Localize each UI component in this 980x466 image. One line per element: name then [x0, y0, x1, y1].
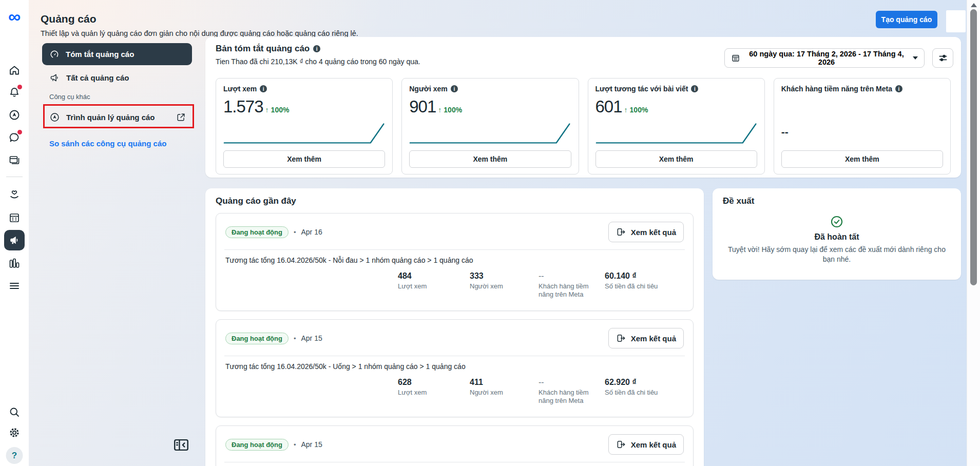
filter-button[interactable] — [932, 48, 953, 68]
nav-item-ads-manager[interactable]: Trình quản lý quảng cáo — [42, 106, 192, 128]
see-more-button[interactable]: Xem thêm — [409, 150, 571, 168]
stat-card-engagement: Lượt tương tác với bài viết 601↑100% Xem… — [588, 78, 765, 174]
stat-label: Lượt xem — [223, 85, 257, 93]
search-icon[interactable] — [8, 406, 21, 418]
sliders-icon — [938, 53, 948, 63]
results-icon — [616, 333, 626, 343]
stat-label: Lượt tương tác với bài viết — [595, 85, 688, 93]
summary-title-row: Bản tóm tắt quảng cáo — [216, 44, 320, 54]
separator-dot: • — [294, 335, 296, 342]
check-circle-icon — [830, 215, 843, 228]
date-range-label: 60 ngày qua: 17 Tháng 2, 2026 - 17 Tháng… — [745, 50, 908, 66]
trend-up-arrow: ↑ — [438, 106, 441, 114]
metric-views: 484 — [398, 271, 465, 281]
sparkline-chart — [595, 122, 757, 145]
calendar-icon — [731, 53, 740, 63]
gauge-icon — [49, 49, 60, 60]
stat-change: 100% — [630, 106, 648, 114]
more-menu-icon[interactable] — [8, 280, 21, 292]
trend-up-arrow: ↑ — [624, 106, 628, 114]
settings-icon[interactable] — [8, 426, 21, 439]
divider — [224, 462, 685, 462]
view-results-button[interactable]: Xem kết quả — [608, 434, 684, 455]
avatar-placeholder[interactable] — [946, 10, 966, 32]
notification-badge — [17, 85, 22, 89]
metric-people: 411 — [470, 378, 533, 387]
info-icon[interactable] — [691, 85, 698, 92]
sparkline-chart — [409, 122, 571, 145]
separator-dot: • — [294, 228, 296, 236]
nav-item-ads-summary[interactable]: Tóm tắt quảng cáo — [42, 43, 192, 65]
suggestions-title: Đề xuất — [723, 196, 754, 206]
page-subtitle: Thiết lập và quản lý quảng cáo đơn giản … — [41, 29, 358, 37]
stat-label: Người xem — [409, 85, 448, 93]
divider — [224, 249, 685, 250]
app-rail — [0, 0, 29, 466]
create-ad-button[interactable]: Tạo quảng cáo — [876, 11, 937, 28]
fundraisers-icon[interactable] — [8, 188, 21, 200]
status-badge: Đang hoạt động — [225, 439, 289, 451]
info-icon[interactable] — [895, 85, 902, 92]
suggestions-panel: Đề xuất Đã hoàn tất Tuyệt vời! Hãy sớm q… — [713, 188, 961, 280]
insights-icon[interactable] — [8, 257, 21, 269]
info-icon[interactable] — [451, 85, 458, 92]
ads-manager-icon[interactable] — [8, 109, 21, 121]
see-more-button[interactable]: Xem thêm — [595, 150, 757, 168]
status-badge: Đang hoạt động — [225, 226, 289, 238]
metric-spent: 62.920 ₫ — [605, 378, 679, 387]
metric-leads: -- — [539, 378, 600, 387]
ad-date: Apr 16 — [301, 228, 322, 236]
ad-card: Đang hoạt động • Apr 15 Xem kết quả — [216, 425, 694, 466]
nav-item-all-ads[interactable]: Tất cả quảng cáo — [42, 67, 192, 88]
ad-name: Tương tác tổng 16.04.2026/50k - Nỗi đau … — [225, 256, 684, 264]
stat-value: 601 — [595, 97, 622, 116]
results-icon — [616, 439, 626, 450]
stat-cards-row: Lượt xem 1.573↑100% Xem thêm Người xem 9… — [216, 78, 951, 174]
scrollbar-thumb[interactable] — [970, 9, 977, 285]
metric-views: 628 — [398, 378, 465, 387]
summary-subtitle: Tien Thao đã chi 210,13K ₫ cho 4 quảng c… — [216, 57, 420, 66]
stat-change: 100% — [271, 106, 290, 114]
view-results-label: Xem kết quả — [631, 228, 676, 237]
separator-dot: • — [294, 441, 296, 449]
suggestions-done-title: Đã hoàn tất — [713, 232, 961, 242]
pages-icon[interactable] — [8, 154, 21, 166]
help-icon[interactable] — [6, 447, 23, 464]
info-icon[interactable] — [313, 45, 320, 52]
planner-icon[interactable] — [8, 211, 21, 224]
metric-spent: 60.140 ₫ — [605, 271, 679, 281]
external-link-icon — [176, 112, 186, 122]
home-icon[interactable] — [8, 64, 21, 76]
scroll-up-arrow-icon[interactable] — [971, 3, 977, 7]
messages-badge — [17, 130, 22, 134]
stat-value: 901 — [409, 97, 436, 116]
collapse-panel-icon[interactable] — [172, 436, 190, 454]
page-title: Quảng cáo — [41, 13, 97, 25]
nav-section-label: Công cụ khác — [49, 93, 90, 101]
nav-label-all-ads: Tất cả quảng cáo — [66, 73, 129, 82]
status-badge: Đang hoạt động — [225, 333, 289, 344]
view-results-button[interactable]: Xem kết quả — [608, 328, 684, 348]
vertical-scrollbar[interactable] — [967, 0, 980, 466]
see-more-button[interactable]: Xem thêm — [781, 150, 943, 168]
info-icon[interactable] — [260, 85, 267, 92]
compare-tools-link[interactable]: So sánh các công cụ quảng cáo — [49, 139, 166, 148]
ads-summary-panel: Bản tóm tắt quảng cáo Tien Thao đã chi 2… — [205, 37, 961, 178]
rail-divider — [6, 177, 23, 177]
see-more-button[interactable]: Xem thêm — [223, 150, 385, 168]
divider — [224, 356, 685, 356]
ads-icon-active[interactable] — [4, 230, 25, 250]
stat-card-people: Người xem 901↑100% Xem thêm — [401, 78, 579, 174]
nav-label-ads-summary: Tóm tắt quảng cáo — [66, 50, 134, 59]
view-results-label: Xem kết quả — [631, 440, 676, 449]
ad-card: Đang hoạt động • Apr 16 Xem kết quả Tươn… — [216, 213, 694, 311]
stat-change: 100% — [444, 106, 462, 114]
messages-icon[interactable] — [8, 131, 21, 144]
view-results-button[interactable]: Xem kết quả — [608, 222, 684, 242]
meta-logo-icon[interactable] — [4, 6, 25, 27]
ad-date: Apr 15 — [301, 334, 322, 342]
sparkline-chart — [223, 122, 385, 145]
ad-date: Apr 15 — [301, 440, 322, 449]
date-range-selector[interactable]: 60 ngày qua: 17 Tháng 2, 2026 - 17 Tháng… — [724, 48, 925, 68]
notifications-icon[interactable] — [8, 86, 21, 99]
